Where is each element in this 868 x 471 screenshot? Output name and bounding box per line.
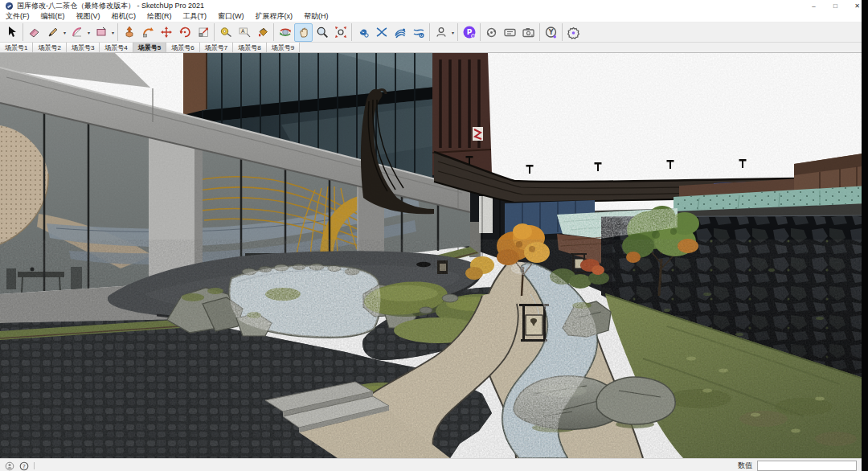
maximize-button[interactable]: □: [825, 0, 846, 11]
shape-tool-dropdown[interactable]: ▾: [110, 30, 116, 35]
scale-tool-button[interactable]: [194, 23, 212, 42]
menu-extensions[interactable]: 扩展程序(x): [250, 11, 299, 22]
pan-tool-button[interactable]: [294, 23, 313, 42]
screen-edge: [862, 0, 868, 471]
tab-scene-6[interactable]: 场景号6: [166, 43, 199, 52]
account-button[interactable]: [432, 23, 450, 42]
measurements-input[interactable]: [757, 461, 857, 471]
menu-draw[interactable]: 绘图(R): [141, 11, 178, 22]
scale-icon: [197, 26, 210, 39]
eraser-tool-button[interactable]: [25, 23, 43, 42]
tab-scene-3[interactable]: 场景号3: [67, 43, 100, 52]
eraser-icon: [28, 26, 41, 39]
curve-plugin-4-button[interactable]: [409, 23, 428, 42]
zoom-extents-tool-button[interactable]: [331, 23, 350, 42]
camera-button[interactable]: [519, 23, 538, 42]
line-tool-dropdown[interactable]: ▾: [62, 30, 68, 35]
toolbar: ▾ ▾ ▾: [0, 23, 868, 43]
rectangle-icon: [95, 26, 108, 39]
orbit-tool-button[interactable]: [276, 23, 294, 42]
sketchup-window: 国库修改-八二茶仓（最终修改版本） - SketchUp Pro 2021 – …: [0, 0, 868, 469]
menu-window[interactable]: 窗口(W): [212, 11, 250, 22]
svg-text:Y: Y: [548, 29, 554, 36]
curve-plugin-3-button[interactable]: [391, 23, 409, 42]
crossing-curves-icon: [375, 26, 388, 39]
panel-button[interactable]: [501, 23, 519, 42]
tab-scene-7[interactable]: 场景号7: [200, 43, 233, 52]
sync-button[interactable]: [482, 23, 501, 42]
rotate-tool-button[interactable]: [175, 23, 194, 42]
line-tool-button[interactable]: [43, 23, 62, 42]
pan-hand-icon: [297, 26, 310, 39]
move-icon: [160, 26, 173, 39]
status-separator: [34, 462, 35, 469]
sync-circle-icon: [485, 26, 498, 39]
tab-scene-2[interactable]: 场景号2: [33, 43, 66, 52]
window-title: 国库修改-八二茶仓（最终修改版本） - SketchUp Pro 2021: [17, 1, 204, 11]
y-badge-button[interactable]: Y: [542, 23, 560, 42]
tape-measure-tool-button[interactable]: [216, 23, 235, 42]
tab-scene-8[interactable]: 场景号8: [233, 43, 266, 52]
y-badge-icon: Y: [544, 26, 558, 39]
svg-text:A: A: [241, 28, 245, 35]
titlebar: 国库修改-八二茶仓（最终修改版本） - SketchUp Pro 2021 – …: [0, 0, 868, 11]
gear-flower-icon: [567, 26, 580, 39]
viewport-3d[interactable]: [0, 53, 868, 458]
geolocate-icon[interactable]: [5, 461, 14, 471]
camera-icon: [522, 26, 535, 39]
spiral-curve-icon: [357, 26, 370, 39]
person-icon: [435, 26, 448, 39]
tab-scene-1[interactable]: 场景号1: [0, 43, 33, 52]
follow-me-tool-button[interactable]: [138, 23, 157, 42]
curve-plugin-2-button[interactable]: [372, 23, 391, 42]
shape-tool-button[interactable]: [92, 23, 110, 42]
minimize-button[interactable]: –: [803, 0, 825, 11]
zoom-extents-icon: [334, 26, 347, 39]
zoom-icon: [316, 26, 329, 39]
account-dropdown[interactable]: ▾: [450, 30, 456, 35]
gear-flower-button[interactable]: [564, 23, 583, 42]
menu-view[interactable]: 视图(V): [71, 11, 106, 22]
select-tool-button[interactable]: [2, 23, 21, 42]
menu-camera[interactable]: 相机(C): [106, 11, 142, 22]
text-tool-button[interactable]: A: [235, 23, 253, 42]
paint-bucket-icon: [256, 26, 269, 39]
follow-me-icon: [141, 26, 154, 39]
paint-bucket-tool-button[interactable]: [253, 23, 272, 42]
arc-tool-button[interactable]: [68, 23, 86, 42]
curve-plugin-1-button[interactable]: [354, 23, 372, 42]
model-scene-render: [0, 53, 868, 458]
arc-tool-dropdown[interactable]: ▾: [86, 30, 92, 35]
zoom-tool-button[interactable]: [313, 23, 331, 42]
purple-p-icon: P: [462, 25, 477, 39]
menu-tools[interactable]: 工具(T): [178, 11, 213, 22]
tab-scene-9[interactable]: 场景号9: [267, 43, 300, 52]
plugin-p-button[interactable]: P: [460, 23, 478, 42]
move-tool-button[interactable]: [157, 23, 175, 42]
tape-measure-icon: [219, 26, 232, 39]
menu-file[interactable]: 文件(F): [0, 11, 35, 22]
select-arrow-icon: [6, 26, 18, 39]
tab-scene-4[interactable]: 场景号4: [100, 43, 133, 52]
window-controls: – □ ✕: [803, 0, 868, 11]
menubar: 文件(F) 编辑(E) 视图(V) 相机(C) 绘图(R) 工具(T) 窗口(W…: [0, 11, 868, 23]
scene-tabs: 场景号1 场景号2 场景号3 场景号4 场景号5 场景号6 场景号7 场景号8 …: [0, 43, 868, 53]
app-icon: [6, 2, 13, 10]
curves-gear-icon: [412, 26, 425, 39]
svg-text:?: ?: [23, 463, 26, 469]
text-label-icon: A: [238, 26, 251, 39]
help-icon[interactable]: ?: [19, 461, 29, 471]
layered-curves-icon: [394, 26, 407, 39]
statusbar: ? 数值: [0, 458, 868, 471]
push-pull-icon: [123, 26, 136, 39]
rotate-icon: [178, 26, 191, 39]
arc-icon: [71, 26, 84, 39]
menu-help[interactable]: 帮助(H): [298, 11, 334, 22]
orbit-icon: [279, 26, 292, 39]
push-pull-tool-button[interactable]: [120, 23, 138, 42]
tab-scene-5[interactable]: 场景号5: [133, 43, 166, 52]
pencil-icon: [47, 26, 59, 39]
menu-edit[interactable]: 编辑(E): [35, 11, 71, 22]
measurements-label: 数值: [738, 461, 757, 471]
panel-card-icon: [503, 26, 517, 39]
